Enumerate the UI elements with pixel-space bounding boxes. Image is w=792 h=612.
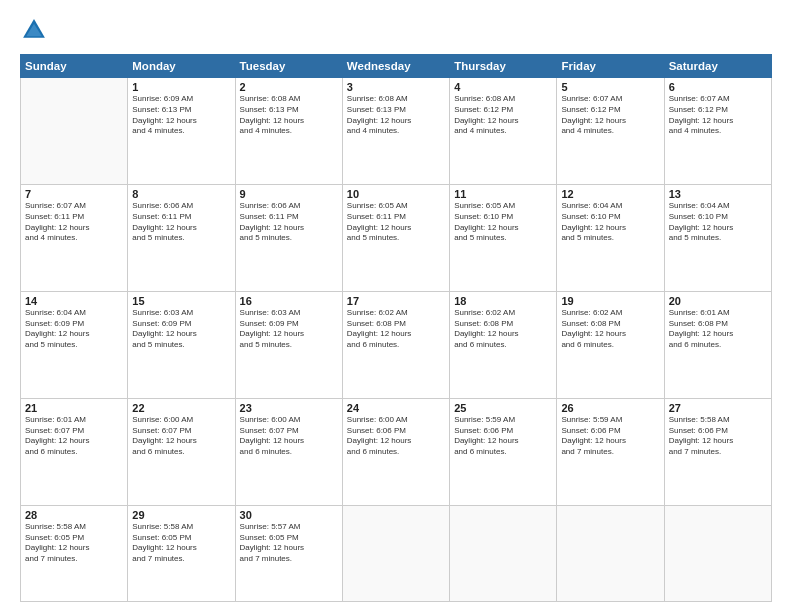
day-number: 3 (347, 81, 445, 93)
day-info: Sunrise: 6:09 AM Sunset: 6:13 PM Dayligh… (132, 94, 230, 137)
day-info: Sunrise: 6:04 AM Sunset: 6:10 PM Dayligh… (561, 201, 659, 244)
day-info: Sunrise: 6:05 AM Sunset: 6:10 PM Dayligh… (454, 201, 552, 244)
day-info: Sunrise: 6:01 AM Sunset: 6:08 PM Dayligh… (669, 308, 767, 351)
calendar-cell: 13Sunrise: 6:04 AM Sunset: 6:10 PM Dayli… (664, 184, 771, 291)
day-number: 25 (454, 402, 552, 414)
calendar-cell: 12Sunrise: 6:04 AM Sunset: 6:10 PM Dayli… (557, 184, 664, 291)
calendar-cell: 20Sunrise: 6:01 AM Sunset: 6:08 PM Dayli… (664, 291, 771, 398)
calendar-cell: 23Sunrise: 6:00 AM Sunset: 6:07 PM Dayli… (235, 398, 342, 505)
calendar-cell: 1Sunrise: 6:09 AM Sunset: 6:13 PM Daylig… (128, 78, 235, 185)
day-number: 13 (669, 188, 767, 200)
day-info: Sunrise: 6:08 AM Sunset: 6:12 PM Dayligh… (454, 94, 552, 137)
day-info: Sunrise: 6:02 AM Sunset: 6:08 PM Dayligh… (347, 308, 445, 351)
day-number: 16 (240, 295, 338, 307)
weekday-header: Friday (557, 55, 664, 78)
calendar-cell: 17Sunrise: 6:02 AM Sunset: 6:08 PM Dayli… (342, 291, 449, 398)
day-number: 23 (240, 402, 338, 414)
day-info: Sunrise: 6:08 AM Sunset: 6:13 PM Dayligh… (240, 94, 338, 137)
calendar-cell: 22Sunrise: 6:00 AM Sunset: 6:07 PM Dayli… (128, 398, 235, 505)
day-number: 30 (240, 509, 338, 521)
calendar-cell: 6Sunrise: 6:07 AM Sunset: 6:12 PM Daylig… (664, 78, 771, 185)
logo (20, 18, 52, 44)
day-info: Sunrise: 6:00 AM Sunset: 6:06 PM Dayligh… (347, 415, 445, 458)
day-info: Sunrise: 6:02 AM Sunset: 6:08 PM Dayligh… (454, 308, 552, 351)
calendar-cell: 28Sunrise: 5:58 AM Sunset: 6:05 PM Dayli… (21, 505, 128, 601)
day-number: 11 (454, 188, 552, 200)
day-info: Sunrise: 6:03 AM Sunset: 6:09 PM Dayligh… (132, 308, 230, 351)
calendar-cell: 4Sunrise: 6:08 AM Sunset: 6:12 PM Daylig… (450, 78, 557, 185)
day-number: 4 (454, 81, 552, 93)
calendar-cell: 26Sunrise: 5:59 AM Sunset: 6:06 PM Dayli… (557, 398, 664, 505)
day-info: Sunrise: 6:01 AM Sunset: 6:07 PM Dayligh… (25, 415, 123, 458)
day-info: Sunrise: 6:04 AM Sunset: 6:10 PM Dayligh… (669, 201, 767, 244)
calendar-cell (21, 78, 128, 185)
page-header (20, 18, 772, 44)
weekday-header: Wednesday (342, 55, 449, 78)
calendar-cell: 25Sunrise: 5:59 AM Sunset: 6:06 PM Dayli… (450, 398, 557, 505)
calendar-cell: 11Sunrise: 6:05 AM Sunset: 6:10 PM Dayli… (450, 184, 557, 291)
day-number: 14 (25, 295, 123, 307)
day-number: 9 (240, 188, 338, 200)
calendar-week-row: 21Sunrise: 6:01 AM Sunset: 6:07 PM Dayli… (21, 398, 772, 505)
day-info: Sunrise: 6:03 AM Sunset: 6:09 PM Dayligh… (240, 308, 338, 351)
day-info: Sunrise: 5:58 AM Sunset: 6:05 PM Dayligh… (132, 522, 230, 565)
logo-icon (20, 16, 48, 44)
calendar-cell: 3Sunrise: 6:08 AM Sunset: 6:13 PM Daylig… (342, 78, 449, 185)
calendar-cell: 5Sunrise: 6:07 AM Sunset: 6:12 PM Daylig… (557, 78, 664, 185)
day-number: 21 (25, 402, 123, 414)
day-number: 5 (561, 81, 659, 93)
day-number: 18 (454, 295, 552, 307)
day-number: 28 (25, 509, 123, 521)
day-number: 29 (132, 509, 230, 521)
day-info: Sunrise: 6:07 AM Sunset: 6:11 PM Dayligh… (25, 201, 123, 244)
day-number: 26 (561, 402, 659, 414)
day-number: 24 (347, 402, 445, 414)
calendar-week-row: 14Sunrise: 6:04 AM Sunset: 6:09 PM Dayli… (21, 291, 772, 398)
calendar-cell: 8Sunrise: 6:06 AM Sunset: 6:11 PM Daylig… (128, 184, 235, 291)
day-info: Sunrise: 5:59 AM Sunset: 6:06 PM Dayligh… (561, 415, 659, 458)
day-number: 17 (347, 295, 445, 307)
calendar-cell: 15Sunrise: 6:03 AM Sunset: 6:09 PM Dayli… (128, 291, 235, 398)
calendar-table: SundayMondayTuesdayWednesdayThursdayFrid… (20, 54, 772, 602)
weekday-header: Sunday (21, 55, 128, 78)
weekday-header: Saturday (664, 55, 771, 78)
day-info: Sunrise: 6:06 AM Sunset: 6:11 PM Dayligh… (132, 201, 230, 244)
day-number: 2 (240, 81, 338, 93)
day-info: Sunrise: 6:08 AM Sunset: 6:13 PM Dayligh… (347, 94, 445, 137)
day-info: Sunrise: 5:58 AM Sunset: 6:05 PM Dayligh… (25, 522, 123, 565)
day-info: Sunrise: 6:06 AM Sunset: 6:11 PM Dayligh… (240, 201, 338, 244)
day-info: Sunrise: 6:02 AM Sunset: 6:08 PM Dayligh… (561, 308, 659, 351)
calendar-header-row: SundayMondayTuesdayWednesdayThursdayFrid… (21, 55, 772, 78)
calendar-cell: 10Sunrise: 6:05 AM Sunset: 6:11 PM Dayli… (342, 184, 449, 291)
day-number: 1 (132, 81, 230, 93)
calendar-week-row: 28Sunrise: 5:58 AM Sunset: 6:05 PM Dayli… (21, 505, 772, 601)
calendar-cell: 7Sunrise: 6:07 AM Sunset: 6:11 PM Daylig… (21, 184, 128, 291)
day-number: 22 (132, 402, 230, 414)
day-info: Sunrise: 6:07 AM Sunset: 6:12 PM Dayligh… (561, 94, 659, 137)
calendar-week-row: 1Sunrise: 6:09 AM Sunset: 6:13 PM Daylig… (21, 78, 772, 185)
day-number: 27 (669, 402, 767, 414)
day-number: 7 (25, 188, 123, 200)
day-number: 10 (347, 188, 445, 200)
day-info: Sunrise: 6:00 AM Sunset: 6:07 PM Dayligh… (240, 415, 338, 458)
calendar-cell: 30Sunrise: 5:57 AM Sunset: 6:05 PM Dayli… (235, 505, 342, 601)
day-info: Sunrise: 6:04 AM Sunset: 6:09 PM Dayligh… (25, 308, 123, 351)
weekday-header: Tuesday (235, 55, 342, 78)
calendar-cell (557, 505, 664, 601)
day-number: 6 (669, 81, 767, 93)
day-number: 19 (561, 295, 659, 307)
day-number: 8 (132, 188, 230, 200)
day-info: Sunrise: 5:59 AM Sunset: 6:06 PM Dayligh… (454, 415, 552, 458)
calendar-week-row: 7Sunrise: 6:07 AM Sunset: 6:11 PM Daylig… (21, 184, 772, 291)
calendar-cell: 2Sunrise: 6:08 AM Sunset: 6:13 PM Daylig… (235, 78, 342, 185)
calendar-cell: 14Sunrise: 6:04 AM Sunset: 6:09 PM Dayli… (21, 291, 128, 398)
calendar-cell: 18Sunrise: 6:02 AM Sunset: 6:08 PM Dayli… (450, 291, 557, 398)
weekday-header: Monday (128, 55, 235, 78)
calendar-cell: 21Sunrise: 6:01 AM Sunset: 6:07 PM Dayli… (21, 398, 128, 505)
day-number: 20 (669, 295, 767, 307)
weekday-header: Thursday (450, 55, 557, 78)
day-info: Sunrise: 6:05 AM Sunset: 6:11 PM Dayligh… (347, 201, 445, 244)
calendar-cell: 16Sunrise: 6:03 AM Sunset: 6:09 PM Dayli… (235, 291, 342, 398)
calendar-cell (664, 505, 771, 601)
day-number: 12 (561, 188, 659, 200)
